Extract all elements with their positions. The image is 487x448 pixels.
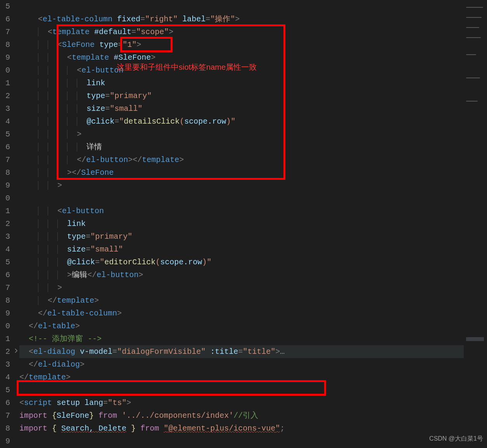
code-line[interactable]: link (19, 217, 487, 230)
code-line[interactable] (19, 435, 487, 448)
code-line[interactable]: 详情 (19, 141, 487, 153)
code-line[interactable]: @click="detailsClick(scope.row)" (19, 115, 487, 128)
code-line[interactable] (19, 192, 487, 205)
code-line[interactable]: <el-dialog v-model="dialogFormVisible" :… (19, 345, 487, 358)
code-line[interactable]: <el-table-column fixed="right" label="操作… (19, 13, 487, 26)
code-line[interactable]: type="primary" (19, 230, 487, 243)
line-number-gutter: 56789012345678901234567890123456789 (0, 0, 12, 448)
fold-chevron-icon[interactable] (13, 333, 19, 339)
code-line[interactable]: <SleFone type="1"> (19, 38, 487, 51)
code-line[interactable]: >编辑</el-button> (19, 269, 487, 281)
code-line[interactable]: </el-button></template> (19, 153, 487, 166)
code-line[interactable]: <!-- 添加弹窗 --> (19, 333, 487, 345)
code-line[interactable]: <template #default="scope"> (19, 26, 487, 38)
annotation-text: 这里要和子组件中siot标签name属性一致 (117, 61, 257, 74)
watermark: CSDN @大白菜1号 (429, 432, 483, 445)
code-line[interactable]: </template> (19, 294, 487, 307)
code-line[interactable]: </el-dialog> (19, 358, 487, 371)
code-line[interactable]: > (19, 128, 487, 141)
code-line[interactable]: import {SleFone} from '../../components/… (19, 409, 487, 422)
code-line[interactable]: </template> (19, 371, 487, 384)
code-line[interactable]: > (19, 281, 487, 294)
minimap[interactable] (464, 0, 487, 448)
code-line[interactable]: size="small" (19, 102, 487, 115)
code-line[interactable]: ></SleFone (19, 166, 487, 179)
code-line[interactable]: </el-table> (19, 320, 487, 333)
code-line[interactable]: > (19, 179, 487, 192)
code-line[interactable]: <el-button (19, 205, 487, 217)
code-line[interactable]: @click="editorClick(scope.row)" (19, 256, 487, 269)
code-line[interactable] (19, 384, 487, 396)
code-line[interactable]: type="primary" (19, 90, 487, 102)
code-line[interactable]: import { Search, Delete } from "@element… (19, 422, 487, 435)
code-line[interactable]: link (19, 77, 487, 90)
code-line[interactable]: size="small" (19, 243, 487, 256)
code-line[interactable]: </el-table-column> (19, 307, 487, 320)
code-line[interactable]: <script setup lang="ts"> (19, 396, 487, 409)
